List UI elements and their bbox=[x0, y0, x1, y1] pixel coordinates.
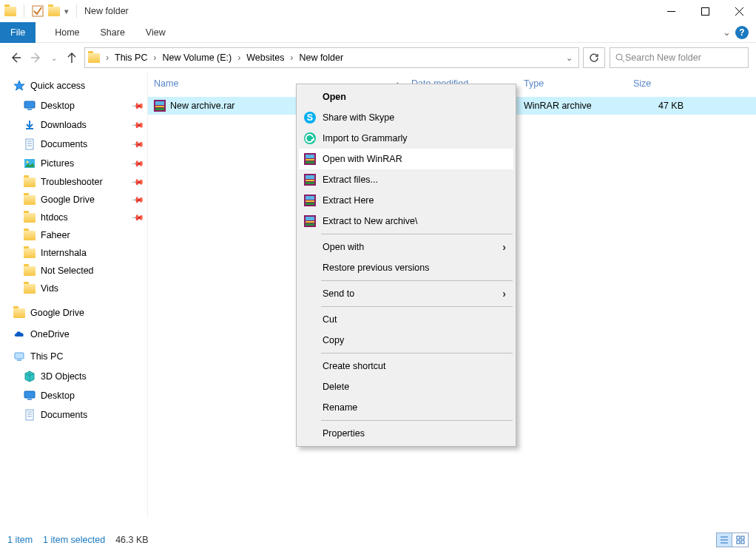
label: Name bbox=[154, 78, 178, 89]
menu-open-with[interactable]: Open with› bbox=[299, 237, 513, 257]
menu-properties[interactable]: Properties bbox=[299, 423, 513, 444]
quick-access-heading[interactable]: Quick access bbox=[7, 80, 143, 92]
sidebar-item-troubleshooter[interactable]: Troubleshooter📌 bbox=[7, 173, 143, 191]
sidebar-item-faheer[interactable]: Faheer bbox=[7, 226, 143, 244]
skype-icon bbox=[303, 111, 317, 124]
rar-icon bbox=[303, 152, 317, 166]
pictures-icon bbox=[24, 158, 36, 169]
menu-rename[interactable]: Rename bbox=[299, 397, 513, 418]
sidebar-item-not-selected[interactable]: Not Selected bbox=[7, 262, 143, 280]
label: Google Drive bbox=[41, 195, 95, 205]
chevron-right-icon[interactable]: › bbox=[103, 53, 112, 63]
separator bbox=[76, 4, 77, 18]
menu-extract-files[interactable]: Extract files... bbox=[299, 169, 513, 190]
menu-cut[interactable]: Cut bbox=[299, 309, 513, 330]
svg-rect-20 bbox=[701, 7, 709, 15]
label: Import to Grammarly bbox=[323, 133, 506, 143]
label: Not Selected bbox=[41, 266, 94, 276]
search-input[interactable] bbox=[625, 53, 743, 63]
chevron-right-icon[interactable]: › bbox=[287, 53, 296, 63]
sidebar-item-internshala[interactable]: Internshala bbox=[7, 244, 143, 262]
forward-button[interactable] bbox=[28, 50, 44, 66]
back-button[interactable] bbox=[7, 50, 24, 66]
blank-icon bbox=[303, 359, 317, 373]
svg-rect-31 bbox=[741, 541, 744, 544]
label: Faheer bbox=[41, 230, 70, 240]
menu-delete[interactable]: Delete bbox=[299, 376, 513, 397]
chevron-right-icon[interactable]: › bbox=[150, 53, 159, 63]
3d-icon bbox=[24, 371, 36, 382]
menu-extract-to[interactable]: Extract to New archive\ bbox=[299, 211, 513, 231]
view-thumbnails-button[interactable] bbox=[732, 533, 749, 547]
sidebar-item-documents-pc[interactable]: Documents bbox=[7, 405, 143, 425]
folder-icon bbox=[88, 53, 100, 63]
search-box[interactable] bbox=[610, 47, 749, 68]
label: Properties bbox=[323, 428, 506, 439]
sidebar-item-onedrive[interactable]: OneDrive bbox=[7, 328, 143, 340]
menu-open[interactable]: Open bbox=[299, 87, 513, 107]
status-bar: 1 item 1 item selected 46.3 KB bbox=[0, 529, 756, 551]
download-icon bbox=[24, 119, 36, 131]
column-type[interactable]: Type bbox=[524, 78, 633, 89]
minimize-button[interactable] bbox=[654, 0, 688, 22]
menu-share-skype[interactable]: Share with Skype bbox=[299, 107, 513, 128]
sidebar-item-downloads[interactable]: Downloads📌 bbox=[7, 115, 143, 135]
sidebar-item-htdocs[interactable]: htdocs📌 bbox=[7, 209, 143, 226]
breadcrumb-item[interactable]: Websites bbox=[246, 53, 284, 63]
label: Restore previous versions bbox=[323, 263, 506, 273]
file-tab[interactable]: File bbox=[0, 22, 36, 43]
sidebar-item-google-drive-root[interactable]: Google Drive bbox=[7, 308, 143, 318]
sidebar-item-desktop[interactable]: Desktop📌 bbox=[7, 96, 143, 115]
address-bar[interactable]: › This PC › New Volume (E:) › Websites ›… bbox=[84, 47, 579, 68]
desktop-icon bbox=[24, 390, 36, 402]
blank-icon bbox=[303, 380, 317, 393]
breadcrumb-item[interactable]: This PC bbox=[115, 53, 147, 63]
file-size: 47 KB bbox=[633, 101, 692, 111]
maximize-button[interactable] bbox=[688, 0, 722, 22]
ribbon-expand-icon[interactable]: ⌄ bbox=[723, 27, 731, 38]
help-icon[interactable]: ? bbox=[735, 26, 749, 39]
menu-create-shortcut[interactable]: Create shortcut bbox=[299, 356, 513, 376]
onedrive-icon bbox=[13, 328, 25, 340]
menu-send-to[interactable]: Send to› bbox=[299, 283, 513, 304]
separator bbox=[321, 353, 513, 354]
label: htdocs bbox=[41, 212, 68, 223]
sidebar-item-google-drive[interactable]: Google Drive📌 bbox=[7, 191, 143, 209]
up-button[interactable] bbox=[64, 50, 80, 66]
menu-open-winrar[interactable]: Open with WinRAR bbox=[299, 149, 513, 169]
breadcrumb-label: Websites bbox=[246, 53, 284, 63]
address-bar-row: ⌄ › This PC › New Volume (E:) › Websites… bbox=[0, 43, 756, 72]
sidebar-item-desktop-pc[interactable]: Desktop bbox=[7, 386, 143, 405]
pin-icon: 📌 bbox=[130, 192, 144, 206]
tab-share[interactable]: Share bbox=[90, 22, 135, 43]
sidebar-item-documents[interactable]: Documents📌 bbox=[7, 135, 143, 154]
breadcrumb-item[interactable]: New Volume (E:) bbox=[162, 53, 232, 63]
sidebar-item-3d-objects[interactable]: 3D Objects bbox=[7, 367, 143, 386]
folder-icon[interactable] bbox=[48, 7, 60, 16]
breadcrumb-label: New Volume (E:) bbox=[162, 53, 232, 63]
sidebar-item-pictures[interactable]: Pictures📌 bbox=[7, 154, 143, 173]
address-dropdown-icon[interactable]: ⌄ bbox=[566, 53, 573, 63]
menu-import-grammarly[interactable]: Import to Grammarly bbox=[299, 128, 513, 149]
breadcrumb-item[interactable]: New folder bbox=[299, 53, 343, 63]
menu-copy[interactable]: Copy bbox=[299, 330, 513, 351]
sidebar-item-this-pc[interactable]: This PC bbox=[7, 351, 143, 362]
refresh-button[interactable] bbox=[583, 47, 605, 68]
view-details-button[interactable] bbox=[716, 533, 732, 547]
tab-view[interactable]: View bbox=[135, 22, 176, 43]
chevron-right-icon[interactable]: › bbox=[234, 53, 243, 63]
menu-restore-versions[interactable]: Restore previous versions bbox=[299, 257, 513, 278]
svg-point-23 bbox=[616, 54, 622, 60]
folder-icon bbox=[4, 7, 16, 16]
sidebar-item-vids[interactable]: Vids bbox=[7, 280, 143, 297]
column-size[interactable]: Size bbox=[633, 78, 756, 89]
close-button[interactable] bbox=[722, 0, 756, 22]
checkbox-icon[interactable] bbox=[32, 5, 44, 17]
dropdown-icon[interactable]: ▾ bbox=[64, 7, 69, 16]
document-icon bbox=[24, 138, 36, 150]
recent-chevron[interactable]: ⌄ bbox=[49, 50, 59, 66]
rar-icon bbox=[303, 194, 317, 207]
menu-extract-here[interactable]: Extract Here bbox=[299, 190, 513, 211]
tab-home[interactable]: Home bbox=[44, 22, 90, 43]
pin-icon: 📌 bbox=[130, 156, 144, 170]
